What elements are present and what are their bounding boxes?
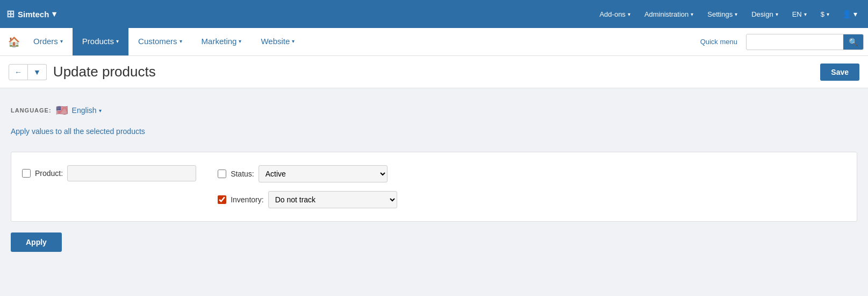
nav-orders-caret: ▾ xyxy=(60,38,63,44)
top-bar-links: Add-ons ▾ Administration ▾ Settings ▾ De… xyxy=(594,6,862,22)
status-label: Status: xyxy=(231,170,254,178)
nav-marketing-label: Marketing xyxy=(202,37,237,46)
nav-products-caret: ▾ xyxy=(116,38,119,44)
save-button[interactable]: Save xyxy=(820,64,859,81)
right-fields: Status: Active Disabled Inventory: Do no… xyxy=(218,165,397,208)
status-checkbox[interactable] xyxy=(218,170,226,178)
dropdown-button[interactable]: ▼ xyxy=(28,64,47,80)
top-navigation-bar: ⊞ Simtech ▾ Add-ons ▾ Administration ▾ S… xyxy=(0,0,868,28)
administration-label: Administration xyxy=(644,10,688,18)
secondary-navigation: 🏠 Orders ▾ Products ▾ Customers ▾ Market… xyxy=(0,28,868,56)
product-checkbox[interactable] xyxy=(22,169,31,178)
language-selector[interactable]: English ▾ xyxy=(72,106,102,115)
settings-label: Settings xyxy=(707,10,733,18)
nav-products-label: Products xyxy=(82,37,114,46)
language-label: EN xyxy=(792,10,802,18)
main-content: LANGUAGE: 🇺🇸 English ▾ Apply values to a… xyxy=(0,88,868,296)
nav-orders[interactable]: Orders ▾ xyxy=(24,28,73,55)
nav-customers-label: Customers xyxy=(138,37,177,46)
home-button[interactable]: 🏠 xyxy=(4,32,24,52)
design-menu[interactable]: Design ▾ xyxy=(746,7,783,22)
design-label: Design xyxy=(751,10,773,18)
addons-menu[interactable]: Add-ons ▾ xyxy=(594,7,635,22)
nav-marketing[interactable]: Marketing ▾ xyxy=(192,28,252,55)
nav-orders-label: Orders xyxy=(33,37,58,46)
back-button[interactable]: ← xyxy=(9,64,28,80)
settings-caret: ▾ xyxy=(735,11,737,17)
logo-caret: ▾ xyxy=(52,9,56,19)
form-fields: Product: Status: Active Disabled xyxy=(22,165,846,208)
settings-menu[interactable]: Settings ▾ xyxy=(702,7,743,22)
addons-caret: ▾ xyxy=(628,11,630,17)
user-caret: ▾ xyxy=(853,10,857,18)
search-input[interactable] xyxy=(747,35,843,48)
nav-items: Orders ▾ Products ▾ Customers ▾ Marketin… xyxy=(24,28,304,55)
status-checkbox-label[interactable]: Status: xyxy=(218,170,254,178)
grid-icon: ⊞ xyxy=(6,8,15,20)
logo[interactable]: ⊞ Simtech ▾ xyxy=(6,8,56,20)
inventory-label: Inventory: xyxy=(231,195,263,204)
nav-website-label: Website xyxy=(261,37,290,46)
page-title-bar: ← ▼ Update products Save xyxy=(0,56,868,88)
language-row: LANGUAGE: 🇺🇸 English ▾ xyxy=(11,104,857,116)
product-input[interactable] xyxy=(67,165,196,181)
inventory-select[interactable]: Do not track Track with options Track wi… xyxy=(268,191,397,208)
inventory-field-group: Inventory: Do not track Track with optio… xyxy=(218,191,397,208)
language-name: English xyxy=(72,106,97,115)
status-select[interactable]: Active Disabled xyxy=(259,165,388,182)
nav-website[interactable]: Website ▾ xyxy=(251,28,304,55)
quick-menu-link[interactable]: Quick menu xyxy=(692,38,746,46)
currency-label: $ xyxy=(821,10,824,18)
language-label-text: LANGUAGE: xyxy=(11,107,52,114)
apply-button[interactable]: Apply xyxy=(11,232,62,252)
administration-caret: ▾ xyxy=(691,11,693,17)
logo-text: Simtech xyxy=(18,10,49,19)
search-button[interactable]: 🔍 xyxy=(843,34,863,50)
nav-products[interactable]: Products ▾ xyxy=(73,28,128,55)
form-section: Product: Status: Active Disabled xyxy=(11,152,857,222)
inventory-checkbox[interactable] xyxy=(218,195,226,204)
design-caret: ▾ xyxy=(776,11,778,17)
product-field-group: Product: xyxy=(22,165,196,181)
currency-caret: ▾ xyxy=(827,11,829,17)
status-field-group: Status: Active Disabled xyxy=(218,165,397,182)
nav-website-caret: ▾ xyxy=(292,38,295,44)
language-caret: ▾ xyxy=(99,108,102,114)
nav-buttons: ← ▼ xyxy=(9,64,47,80)
nav-customers-caret: ▾ xyxy=(180,38,182,44)
language-caret: ▾ xyxy=(804,11,807,17)
nav-customers[interactable]: Customers ▾ xyxy=(128,28,192,55)
language-menu[interactable]: EN ▾ xyxy=(787,7,812,22)
apply-values-link[interactable]: Apply values to all the selected product… xyxy=(11,127,145,136)
flag-icon: 🇺🇸 xyxy=(56,104,68,116)
quick-menu-label: Quick menu xyxy=(700,38,737,46)
inventory-checkbox-label[interactable]: Inventory: xyxy=(218,195,263,204)
addons-label: Add-ons xyxy=(599,10,625,18)
product-checkbox-label[interactable]: Product: xyxy=(22,169,63,178)
user-menu[interactable]: 👤 ▾ xyxy=(838,6,862,22)
product-label: Product: xyxy=(35,169,63,178)
nav-marketing-caret: ▾ xyxy=(239,38,241,44)
user-icon: 👤 xyxy=(842,10,851,18)
currency-menu[interactable]: $ ▾ xyxy=(815,7,835,22)
page-title: Update products xyxy=(53,64,820,80)
administration-menu[interactable]: Administration ▾ xyxy=(639,7,699,22)
search-box: 🔍 xyxy=(746,34,864,50)
